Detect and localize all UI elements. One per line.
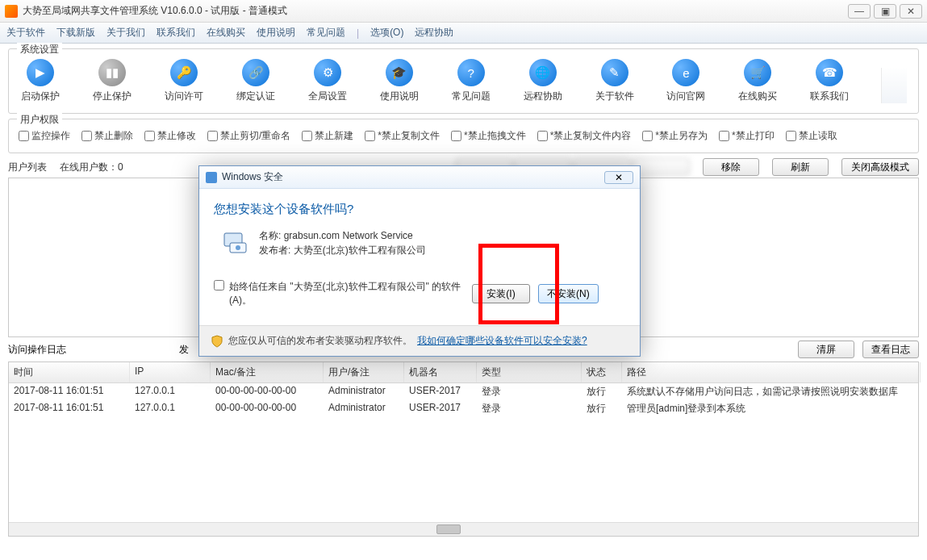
permission-checkbox[interactable] [144, 131, 155, 141]
permission-checkbox[interactable] [786, 131, 796, 141]
log-row[interactable]: 2017-08-11 16:01:51127.0.0.100-00-00-00-… [9, 383, 918, 400]
toolbar-item[interactable]: ⚙全局设置 [307, 59, 349, 103]
toolbar-item[interactable]: 🎓使用说明 [378, 59, 420, 103]
permission-item[interactable]: 禁止读取 [786, 129, 837, 143]
toolbar-item[interactable]: ☎联系我们 [809, 59, 850, 103]
toolbar-icon: 🔗 [242, 59, 269, 86]
menu-item[interactable]: 常见问题 [307, 26, 345, 40]
toolbar-item[interactable]: ✎关于软件 [594, 59, 635, 103]
log-cell: 放行 [582, 400, 622, 417]
permission-checkbox[interactable] [302, 131, 312, 141]
dialog-publisher-value: 大势至(北京)软件工程有限公司 [294, 244, 426, 256]
log-column-header[interactable]: 用户/备注 [324, 362, 404, 382]
toolbar-icon: 🛒 [744, 59, 771, 86]
dialog-close-button[interactable]: ✕ [604, 171, 633, 184]
log-column-header[interactable]: IP [130, 362, 211, 382]
toolbar-label: 访问许可 [165, 90, 203, 103]
dont-install-button[interactable]: 不安装(N) [538, 284, 599, 303]
permission-label: *禁止复制文件内容 [550, 129, 632, 143]
log-title: 访问操作日志 [8, 343, 66, 357]
log-column-header[interactable]: 路径 [622, 362, 921, 382]
toolbar-item[interactable]: ▶启动保护 [20, 59, 61, 103]
log-cell: 2017-08-11 16:01:51 [9, 383, 130, 400]
svg-point-2 [236, 245, 240, 250]
hidden-button[interactable] [633, 158, 690, 176]
menu-item[interactable]: 在线购买 [207, 26, 245, 40]
menubar: 关于软件下载新版关于我们联系我们在线购买使用说明常见问题|选项(O)远程协助 [0, 23, 927, 44]
toolbar-icon: ☎ [816, 59, 843, 86]
permission-label: 监控操作 [31, 129, 70, 143]
menu-item[interactable]: 下载新版 [56, 26, 95, 40]
menu-item[interactable]: 选项(O) [370, 26, 403, 40]
permission-checkbox[interactable] [207, 131, 218, 141]
permission-checkbox[interactable] [19, 131, 29, 141]
log-body: 2017-08-11 16:01:51127.0.0.100-00-00-00-… [9, 383, 918, 522]
remove-button[interactable]: 移除 [703, 158, 759, 176]
permission-checkbox[interactable] [719, 131, 729, 141]
window-maximize-button[interactable]: ▣ [874, 4, 896, 19]
permission-item[interactable]: *禁止复制文件 [365, 129, 440, 143]
log-cell: 管理员[admin]登录到本系统 [622, 400, 918, 417]
install-button[interactable]: 安装(I) [472, 284, 530, 303]
scrollbar-thumb[interactable] [436, 524, 461, 534]
log-column-header[interactable]: 时间 [9, 362, 130, 382]
log-column-header[interactable]: 状态 [582, 362, 622, 382]
refresh-button[interactable]: 刷新 [772, 158, 829, 176]
permission-item[interactable]: 禁止新建 [302, 129, 353, 143]
window-close-button[interactable]: ✕ [900, 4, 922, 19]
permission-item[interactable]: *禁止拖拽文件 [451, 129, 526, 143]
toolbar-item[interactable]: 🔑访问许可 [164, 59, 205, 103]
log-cell: 系统默认不存储用户访问日志，如需记录请按照说明安装数据库 [622, 383, 918, 400]
close-advanced-button[interactable]: 关闭高级模式 [841, 158, 919, 176]
log-row[interactable]: 2017-08-11 16:01:51127.0.0.100-00-00-00-… [9, 400, 918, 417]
toolbar-item[interactable]: 🔗绑定认证 [236, 59, 277, 103]
log-cell: 127.0.0.1 [130, 383, 211, 400]
always-trust-label: 始终信任来自 "大势至(北京)软件工程有限公司" 的软件(A)。 [229, 280, 464, 307]
toolbar-label: 在线购买 [738, 90, 777, 103]
permission-checkbox[interactable] [642, 131, 653, 141]
menu-separator: | [357, 27, 359, 39]
always-trust-checkbox[interactable] [214, 280, 224, 290]
menu-item[interactable]: 远程协助 [415, 26, 453, 40]
dialog-titlebar: Windows 安全 ✕ [199, 166, 640, 189]
clear-log-button[interactable]: 清屏 [798, 341, 854, 358]
permission-label: 禁止剪切/重命名 [220, 129, 290, 143]
group-system-settings: 系统设置 ▶启动保护▮▮停止保护🔑访问许可🔗绑定认证⚙全局设置🎓使用说明?常见问… [8, 48, 919, 114]
permission-label: *禁止另存为 [655, 129, 708, 143]
permission-checkbox[interactable] [537, 131, 548, 141]
toolbar-label: 常见问题 [452, 90, 491, 103]
dialog-title: Windows 安全 [222, 170, 604, 184]
menu-item[interactable]: 关于软件 [6, 26, 45, 40]
permission-item[interactable]: *禁止复制文件内容 [537, 129, 632, 143]
dialog-question: 您想安装这个设备软件吗? [214, 202, 625, 217]
log-column-header[interactable]: Mac/备注 [211, 362, 324, 382]
permission-item[interactable]: 监控操作 [19, 129, 70, 143]
permission-item[interactable]: *禁止打印 [719, 129, 775, 143]
menu-item[interactable]: 使用说明 [257, 26, 295, 40]
log-cell: 登录 [477, 400, 582, 417]
log-cell: 2017-08-11 16:01:51 [9, 400, 130, 417]
toolbar-label: 全局设置 [308, 90, 347, 103]
toolbar-item[interactable]: 🛒在线购买 [737, 59, 779, 103]
permission-checkbox[interactable] [365, 131, 375, 141]
permission-checkbox[interactable] [81, 131, 92, 141]
toolbar-item[interactable]: e访问官网 [666, 59, 707, 103]
window-minimize-button[interactable]: — [848, 4, 871, 19]
log-hscrollbar[interactable] [9, 522, 918, 536]
permission-item[interactable]: 禁止修改 [144, 129, 196, 143]
permission-item[interactable]: 禁止删除 [81, 129, 133, 143]
menu-item[interactable]: 关于我们 [106, 26, 145, 40]
permission-checkbox[interactable] [451, 131, 461, 141]
log-grid: 时间IPMac/备注用户/备注机器名类型状态路径 2017-08-11 16:0… [8, 361, 919, 537]
view-log-button[interactable]: 查看日志 [862, 341, 919, 358]
dialog-footer-link[interactable]: 我如何确定哪些设备软件可以安全安装? [417, 334, 587, 348]
toolbar-item[interactable]: ?常见问题 [450, 59, 491, 103]
toolbar-item[interactable]: 🌐远程协助 [522, 59, 563, 103]
permission-item[interactable]: *禁止另存为 [642, 129, 708, 143]
dialog-icon [206, 172, 217, 183]
group-permissions: 用户权限 监控操作禁止删除禁止修改禁止剪切/重命名禁止新建*禁止复制文件*禁止拖… [8, 119, 919, 153]
log-column-header[interactable]: 机器名 [404, 362, 477, 382]
log-column-header[interactable]: 类型 [477, 362, 582, 382]
menu-item[interactable]: 联系我们 [157, 26, 195, 40]
permission-item[interactable]: 禁止剪切/重命名 [207, 129, 290, 143]
